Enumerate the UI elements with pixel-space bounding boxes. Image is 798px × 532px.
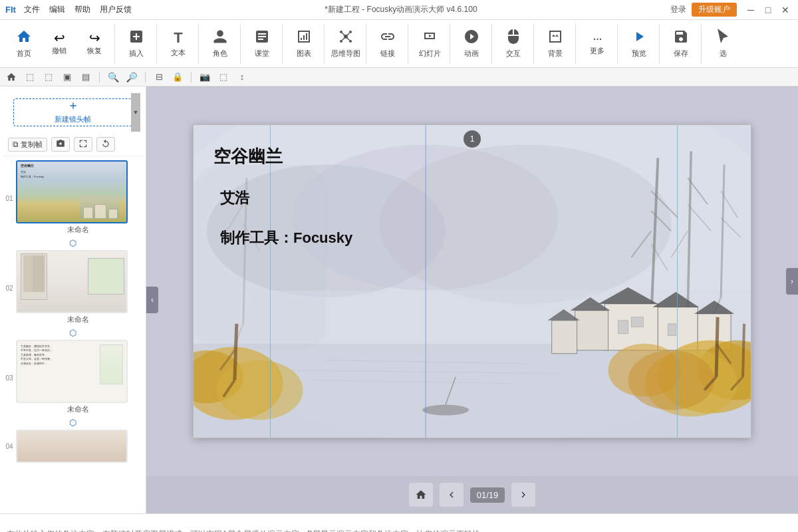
toolbar-chart-group: 图表 — [284, 24, 325, 64]
slide-thumb-2[interactable] — [16, 250, 128, 313]
window-title: *新建工程 - Focusky动画演示大师 v4.6.100 — [132, 4, 670, 15]
canvas-tool-3[interactable]: ▣ — [60, 70, 74, 84]
toolbar-slideshow[interactable]: 幻灯片 — [412, 24, 447, 64]
collapse-sidebar-button[interactable]: ‹ — [146, 287, 158, 313]
new-frame-button[interactable]: 新建镜头帧 — [13, 98, 132, 126]
slide-item-row-3: 03 兰是幽谷，露现挂芥开芬， 不争不抢，也乃一种淡泊； 兰是静调，蓄积芬芳， … — [0, 338, 146, 417]
canvas-tool-1[interactable]: ⬚ — [23, 70, 37, 84]
maximize-button[interactable]: □ — [761, 3, 775, 17]
chart-icon — [296, 29, 312, 47]
toolbar-undo[interactable]: ↩ 撤销 — [42, 24, 76, 64]
slide-num-2: 02 — [3, 285, 16, 292]
nav-prev-button[interactable] — [440, 483, 464, 507]
canvas-lock[interactable]: 🔒 — [170, 70, 185, 84]
slide-canvas[interactable]: 空谷幽兰 艾浩 制作工具：Focusky 1 — [193, 124, 751, 438]
toolbar-chart[interactable]: 图表 — [287, 24, 321, 64]
svg-point-2 — [349, 31, 352, 33]
copy-frame-button[interactable]: ⧉ 复制帧 — [8, 138, 47, 152]
rotate-button[interactable] — [96, 137, 115, 152]
slide-item-row-2: 02 未命名 — [0, 249, 146, 327]
canvas-tool-5[interactable]: ⬚ — [216, 70, 231, 84]
select-icon — [715, 29, 731, 47]
toolbar-animation[interactable]: 动画 — [454, 24, 489, 64]
transition-3-4: ⬡ — [0, 418, 146, 428]
toolbar-preview[interactable]: 预览 — [622, 24, 656, 64]
canvas-tool-4[interactable]: ▤ — [78, 70, 93, 84]
rotate-icon — [101, 139, 110, 150]
toolbar-lesson[interactable]: 课堂 — [245, 24, 279, 64]
role-icon — [212, 29, 228, 47]
toolbar-animation-group: 动画 — [452, 24, 492, 64]
toolbar-select-label: 选 — [720, 49, 727, 59]
svg-line-55 — [716, 317, 718, 377]
save-icon — [673, 29, 689, 47]
new-frame-container: 新建镜头帧 ▼ — [8, 93, 138, 132]
undo-icon: ↩ — [54, 31, 65, 45]
transition-1-2: ⬡ — [0, 238, 146, 248]
slide-tool-text[interactable]: 制作工具：Focusky — [220, 228, 352, 248]
slide-title[interactable]: 空谷幽兰 — [213, 145, 352, 168]
svg-rect-46 — [575, 311, 608, 350]
canvas-tool-6[interactable]: ↕ — [235, 70, 249, 84]
toolbar-background[interactable]: 背景 — [538, 24, 573, 64]
toolbar-text-group: T 文本 — [158, 24, 199, 64]
slideshow-icon — [422, 29, 438, 47]
toolbar-undo-label: 撤销 — [52, 46, 66, 56]
toolbar-more[interactable]: ··· 更多 — [580, 24, 614, 64]
toolbar-save-label: 保存 — [674, 49, 688, 59]
minimize-button[interactable]: ─ — [743, 3, 758, 17]
notes-input[interactable] — [7, 529, 791, 533]
main-area: 新建镜头帧 ▼ ⧉ 复制帧 — [0, 86, 798, 513]
transition-icon-2[interactable]: ⬡ — [69, 328, 76, 338]
toolbar-preview-label: 预览 — [632, 49, 646, 59]
svg-rect-43 — [668, 324, 676, 336]
fit-icon — [78, 139, 88, 150]
canvas-camera[interactable]: 📷 — [198, 70, 212, 84]
copy-label: 复制帧 — [21, 140, 43, 150]
canvas-zoom-in[interactable]: 🔍 — [106, 70, 120, 84]
toolbar-link[interactable]: 链接 — [370, 24, 405, 64]
canvas-zoom-out[interactable]: 🔍 — [124, 70, 139, 84]
close-button[interactable]: ✕ — [778, 3, 793, 17]
slide-thumb-1[interactable]: 空谷幽兰 艾浩 制作工具：Focusky — [16, 160, 128, 223]
toolbar-select[interactable]: 选 — [706, 24, 740, 64]
menu-file[interactable]: 文件 — [24, 4, 40, 15]
frame-badge: 1 — [464, 130, 481, 148]
toolbar-interact-group: 交互 — [493, 24, 534, 64]
svg-point-1 — [340, 31, 342, 33]
login-button[interactable]: 登录 — [670, 4, 686, 15]
toolbar-redo[interactable]: ↪ 恢复 — [77, 24, 112, 64]
toolbar-text[interactable]: T 文本 — [161, 24, 196, 64]
fit-button[interactable] — [74, 137, 92, 152]
toolbar-mindmap[interactable]: 思维导图 — [329, 24, 363, 64]
upgrade-button[interactable]: 升级账户 — [692, 3, 737, 17]
toolbar-home[interactable]: 首页 — [7, 24, 41, 64]
canvas-align[interactable]: ⊟ — [152, 70, 166, 84]
transition-icon-1[interactable]: ⬡ — [69, 238, 76, 248]
animation-icon — [464, 29, 479, 47]
menu-help[interactable]: 帮助 — [74, 4, 90, 15]
canvas-tool-2[interactable]: ⬚ — [41, 70, 56, 84]
slide-subtitle[interactable]: 艾浩 — [220, 188, 352, 208]
canvas-home-icon[interactable] — [4, 70, 19, 84]
preview-icon — [631, 29, 647, 47]
expand-right-panel-button[interactable]: › — [786, 268, 798, 295]
menu-feedback[interactable]: 用户反馈 — [100, 4, 132, 15]
nav-next-button[interactable] — [511, 483, 535, 507]
toolbar-save[interactable]: 保存 — [664, 24, 698, 64]
toolbar-insert[interactable]: 插入 — [119, 24, 154, 64]
new-frame-dropdown[interactable]: ▼ — [131, 93, 140, 132]
slide-thumb-wrap-4 — [16, 430, 140, 463]
screenshot-button[interactable] — [51, 137, 70, 152]
nav-home-button[interactable] — [409, 483, 433, 507]
transition-icon-3[interactable]: ⬡ — [69, 418, 76, 428]
slide-thumb-4[interactable] — [16, 430, 128, 463]
insert-icon — [128, 29, 144, 47]
window-controls: ─ □ ✕ — [743, 3, 793, 17]
toolbar-interact[interactable]: 交互 — [496, 24, 531, 64]
svg-line-6 — [347, 33, 350, 36]
menu-edit[interactable]: 编辑 — [49, 4, 65, 15]
toolbar-interact-label: 交互 — [506, 49, 521, 59]
slide-thumb-3[interactable]: 兰是幽谷，露现挂芥开芬， 不争不抢，也乃一种淡泊； 兰是静调，蓄积芬芳， 不在火… — [16, 340, 128, 403]
toolbar-role[interactable]: 角色 — [203, 24, 237, 64]
